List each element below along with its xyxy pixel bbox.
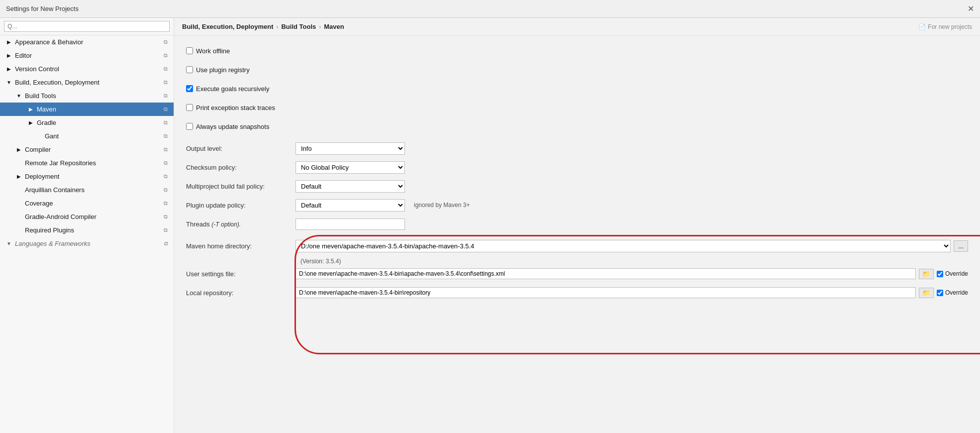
maven-home-browse-button[interactable]: ... — [954, 240, 968, 252]
always-update-label[interactable]: Always update snapshots — [186, 123, 269, 130]
sidebar-item-deployment[interactable]: ▶ Deployment ⧉ — [0, 170, 174, 183]
for-new-projects-label: For new projects — [928, 23, 972, 30]
checksum-policy-label: Checksum policy: — [186, 164, 295, 171]
maven-home-row: Maven home directory: D:/one meven/apach… — [186, 239, 968, 253]
copy-icon: ⧉ — [164, 106, 168, 112]
threads-label: Threads (-T option). — [186, 220, 295, 228]
local-repository-input[interactable] — [295, 287, 916, 298]
copy-icon: ⧉ — [164, 227, 168, 233]
checksum-policy-row: Checksum policy: No Global Policy Warn F… — [186, 160, 968, 174]
plugin-update-select[interactable]: Default Always Daily Never — [295, 199, 405, 212]
threads-label-suffix: (-T option). — [211, 221, 241, 228]
plugin-update-note: ignored by Maven 3+ — [414, 202, 470, 209]
local-repository-override-label[interactable]: Override — [937, 289, 968, 296]
copy-icon: ⧉ — [164, 93, 168, 99]
print-exception-text: Print exception stack traces — [196, 104, 275, 111]
copy-icon: ⧉ — [164, 146, 168, 153]
sidebar-item-compiler[interactable]: ▶ Compiler ⧉ — [0, 143, 174, 156]
doc-icon: 📄 — [918, 23, 926, 30]
execute-goals-row: Execute goals recursively — [186, 82, 968, 96]
copy-icon: ⧉ — [164, 52, 168, 59]
user-settings-override-label[interactable]: Override — [937, 270, 968, 277]
output-level-select[interactable]: Debug Info Warning Error — [295, 142, 405, 155]
threads-row: Threads (-T option). — [186, 217, 968, 231]
maven-version-note: (Version: 3.5.4) — [186, 258, 968, 265]
output-level-label: Output level: — [186, 145, 295, 152]
arrow-icon: ▶ — [16, 174, 22, 179]
copy-icon: ⧉ — [164, 187, 168, 193]
sidebar-item-languages-frameworks[interactable]: ▼ Languages & Frameworks ⧉ — [0, 237, 174, 250]
sidebar-item-gradle-android[interactable]: ▶ Gradle-Android Compiler ⧉ — [0, 210, 174, 223]
execute-goals-label[interactable]: Execute goals recursively — [186, 85, 269, 93]
breadcrumb-sep-2: › — [319, 23, 321, 30]
multiproject-policy-select[interactable]: Default At End Never Fast — [295, 180, 405, 193]
execute-goals-checkbox[interactable] — [186, 85, 193, 92]
sidebar-item-label: Arquillian Containers — [25, 186, 85, 194]
search-box[interactable] — [0, 18, 174, 35]
breadcrumb-sep-1: › — [276, 23, 278, 30]
sidebar-item-editor[interactable]: ▶ Editor ⧉ — [0, 49, 174, 62]
arrow-icon: ▶ — [6, 39, 12, 45]
arrow-icon: ▼ — [16, 93, 22, 99]
breadcrumb-part-1: Build, Execution, Deployment — [182, 23, 273, 30]
maven-home-select[interactable]: D:/one meven/apache-maven-3.5.4-bin/apac… — [295, 240, 951, 252]
use-plugin-registry-checkbox[interactable] — [186, 66, 193, 73]
sidebar-item-label: Version Control — [15, 65, 59, 73]
user-settings-override-checkbox[interactable] — [937, 271, 943, 277]
sidebar-item-appearance[interactable]: ▶ Appearance & Behavior ⧉ — [0, 35, 174, 49]
print-exception-row: Print exception stack traces — [186, 101, 968, 114]
sidebar-item-label: Editor — [15, 52, 32, 59]
output-level-dropdown-wrap: Debug Info Warning Error — [295, 142, 405, 155]
copy-icon: ⧉ — [164, 200, 168, 207]
maven-home-controls: D:/one meven/apache-maven-3.5.4-bin/apac… — [295, 240, 968, 252]
copy-icon: ⧉ — [164, 39, 168, 45]
for-new-projects: 📄 For new projects — [918, 23, 972, 30]
local-repository-controls: 📁 Override — [295, 287, 968, 298]
copy-icon: ⧉ — [164, 173, 168, 180]
user-settings-row: User settings file: 📁 Override — [186, 267, 968, 281]
multiproject-policy-dropdown-wrap: Default At End Never Fast — [295, 180, 405, 193]
right-panel: Build, Execution, Deployment › Build Too… — [174, 18, 980, 433]
sidebar-item-gant[interactable]: ▶ Gant ⧉ — [0, 129, 174, 143]
work-offline-label[interactable]: Work offline — [186, 47, 230, 55]
copy-icon: ⧉ — [164, 160, 168, 166]
copy-icon: ⧉ — [164, 66, 168, 72]
user-settings-browse-button[interactable]: 📁 — [919, 269, 934, 279]
sidebar-item-label: Build, Execution, Deployment — [15, 79, 99, 86]
sidebar-item-build-exec-deploy[interactable]: ▼ Build, Execution, Deployment ⧉ — [0, 76, 174, 89]
checksum-policy-select[interactable]: No Global Policy Warn Fail — [295, 161, 405, 174]
arrow-icon: ▼ — [6, 80, 12, 85]
print-exception-label[interactable]: Print exception stack traces — [186, 104, 275, 111]
local-repository-override-checkbox[interactable] — [937, 290, 943, 296]
sidebar-item-label: Remote Jar Repositories — [25, 159, 96, 167]
checksum-policy-dropdown-wrap: No Global Policy Warn Fail — [295, 161, 405, 174]
sidebar-item-arquillian[interactable]: ▶ Arquillian Containers ⧉ — [0, 183, 174, 197]
user-settings-input[interactable] — [295, 268, 916, 279]
sidebar-item-version-control[interactable]: ▶ Version Control ⧉ — [0, 62, 174, 76]
threads-input[interactable] — [295, 218, 405, 230]
breadcrumb-part-3: Maven — [324, 23, 344, 30]
always-update-checkbox[interactable] — [186, 123, 193, 130]
user-settings-controls: 📁 Override — [295, 268, 968, 279]
sidebar-item-required-plugins[interactable]: ▶ Required Plugins ⧉ — [0, 223, 174, 237]
sidebar-item-coverage[interactable]: ▶ Coverage ⧉ — [0, 197, 174, 210]
always-update-row: Always update snapshots — [186, 119, 968, 133]
print-exception-checkbox[interactable] — [186, 104, 193, 111]
execute-goals-text: Execute goals recursively — [196, 85, 269, 93]
local-repository-browse-button[interactable]: 📁 — [919, 288, 934, 298]
output-level-row: Output level: Debug Info Warning Error — [186, 141, 968, 155]
sidebar-item-label: Gradle — [37, 119, 56, 126]
sidebar-item-remote-jar[interactable]: ▶ Remote Jar Repositories ⧉ — [0, 156, 174, 170]
sidebar-item-label: Gant — [45, 132, 59, 140]
arrow-icon: ▼ — [6, 241, 12, 246]
local-repository-row: Local repository: 📁 Override — [186, 286, 968, 300]
search-input[interactable] — [4, 21, 170, 32]
close-button[interactable]: ✕ — [968, 5, 974, 13]
use-plugin-registry-label[interactable]: Use plugin registry — [186, 66, 250, 74]
work-offline-checkbox[interactable] — [186, 47, 193, 54]
sidebar-item-maven[interactable]: ▶ Maven ⧉ — [0, 103, 174, 116]
sidebar-item-gradle[interactable]: ▶ Gradle ⧉ — [0, 116, 174, 129]
sidebar-item-build-tools[interactable]: ▼ Build Tools ⧉ — [0, 89, 174, 103]
use-plugin-registry-text: Use plugin registry — [196, 66, 250, 74]
sidebar-item-label: Required Plugins — [25, 226, 74, 234]
